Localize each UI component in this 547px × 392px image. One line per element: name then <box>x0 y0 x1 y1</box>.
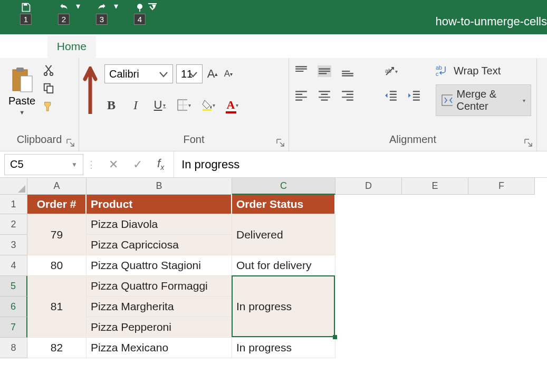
merge-center-button[interactable]: Merge & Center ▾ <box>436 84 531 116</box>
row-header[interactable]: 4 <box>0 255 27 276</box>
font-size-select[interactable]: 11 <box>176 64 203 83</box>
ribbon: Paste ▼ Clipboard Calibri 11 <box>0 58 547 151</box>
svg-point-1 <box>137 4 142 9</box>
cell[interactable]: Order Status <box>232 195 335 214</box>
fill-color-button[interactable]: ▾ <box>201 98 215 112</box>
cell[interactable]: Pizza Capricciosa <box>87 235 232 255</box>
dropdown-caret-icon[interactable]: ▾ <box>523 98 525 103</box>
tab-data[interactable]: DataA <box>289 36 331 58</box>
tab-review[interactable]: ReviewR <box>331 36 387 58</box>
font-name-select[interactable]: Calibri <box>104 64 173 83</box>
column-header[interactable]: A <box>27 178 87 195</box>
cut-icon[interactable] <box>43 64 54 76</box>
cell[interactable]: Pizza Quattro Formaggi <box>87 276 232 297</box>
tab-page-layout[interactable]: Page LayoutP <box>142 36 224 58</box>
group-alignment: ab▾ abc Wrap Text Merge & <box>289 58 537 151</box>
row-header[interactable]: 8 <box>0 338 27 358</box>
paste-button[interactable]: Paste ▼ <box>5 64 39 118</box>
align-top-icon[interactable] <box>294 65 308 77</box>
row-header[interactable]: 5 <box>0 276 27 297</box>
align-middle-icon[interactable] <box>318 65 331 77</box>
tab-file[interactable]: FileF <box>11 36 47 58</box>
borders-button[interactable]: ▾ <box>177 98 191 112</box>
copy-icon[interactable] <box>43 82 54 94</box>
decrease-indent-icon[interactable] <box>384 90 398 101</box>
dialog-launcher-icon[interactable] <box>66 138 75 148</box>
row-header[interactable]: 7 <box>0 317 27 338</box>
cell[interactable]: Pizza Diavola <box>87 214 232 235</box>
cell[interactable]: In progress <box>232 338 335 358</box>
qat-redo-button[interactable]: ▾ 3 <box>92 1 112 14</box>
decrease-font-button[interactable]: A▾ <box>222 67 235 81</box>
format-painter-icon[interactable] <box>43 100 54 112</box>
qat-customize-button[interactable] <box>148 3 157 11</box>
tab-powe[interactable]: Powe <box>499 36 546 58</box>
cell[interactable]: 80 <box>27 255 87 276</box>
cell[interactable]: Pizza Quattro Stagioni <box>87 255 232 276</box>
underline-button[interactable]: U▾ <box>153 98 167 112</box>
cell[interactable]: In progress <box>232 276 335 338</box>
fx-icon[interactable]: fx <box>157 157 164 171</box>
column-header[interactable]: B <box>87 178 232 195</box>
align-bottom-icon[interactable] <box>341 65 354 77</box>
enter-icon[interactable]: ✓ <box>133 158 142 171</box>
increase-font-button[interactable]: A▴ <box>206 67 219 81</box>
align-left-icon[interactable] <box>294 90 308 101</box>
align-right-icon[interactable] <box>341 90 354 101</box>
bold-button[interactable]: B <box>104 98 118 112</box>
cell[interactable]: 79 <box>27 214 87 255</box>
name-box[interactable]: C5 ▼ <box>4 154 83 175</box>
formula-input[interactable]: In progress <box>174 158 247 171</box>
tab-home[interactable]: HomeH <box>47 36 96 58</box>
dropdown-caret-icon[interactable]: ▼ <box>19 109 25 116</box>
cancel-icon[interactable]: ✕ <box>109 158 118 171</box>
qat-touch-mode-button[interactable]: ▾ 4 <box>130 1 150 14</box>
worksheet-grid[interactable]: ABCDEF12345678Order #ProductOrder Status… <box>0 178 547 392</box>
select-all-button[interactable] <box>0 178 27 195</box>
dropdown-caret-icon[interactable]: ▾ <box>188 102 191 108</box>
cell[interactable]: Pizza Margherita <box>87 297 232 317</box>
tab-formulas[interactable]: FormulasM <box>224 36 289 58</box>
italic-button[interactable]: I <box>129 98 142 112</box>
dropdown-caret-icon[interactable]: ▾ <box>213 102 215 108</box>
cell[interactable]: 81 <box>27 276 87 338</box>
cell[interactable]: Out for delivery <box>232 255 335 276</box>
column-header[interactable]: E <box>402 178 468 195</box>
font-color-button[interactable]: A▾ <box>226 98 239 112</box>
tab-developer[interactable]: DeveloperL <box>429 36 499 58</box>
dropdown-caret-icon[interactable]: ▾ <box>236 102 238 108</box>
row-header[interactable]: 1 <box>0 195 27 214</box>
dropdown-caret-icon[interactable]: ▾ <box>114 1 118 11</box>
dropdown-caret-icon[interactable]: ▼ <box>71 161 78 168</box>
qat-save-button[interactable]: 1 <box>16 1 36 14</box>
dialog-launcher-icon[interactable] <box>276 138 285 148</box>
row-header[interactable]: 6 <box>0 297 27 317</box>
wrap-text-button[interactable]: abc Wrap Text <box>436 64 531 77</box>
svg-rect-10 <box>203 109 212 111</box>
qat-undo-button[interactable]: ▾ 2 <box>54 1 74 14</box>
cell[interactable]: Order # <box>27 195 87 214</box>
dropdown-caret-icon[interactable]: ▾ <box>76 1 80 11</box>
cell[interactable]: Product <box>87 195 232 214</box>
cell[interactable]: Pizza Mexicano <box>87 338 232 358</box>
merge-center-label: Merge & Center <box>457 88 515 112</box>
tab-insert[interactable]: InsertN <box>96 36 143 58</box>
dialog-launcher-icon[interactable] <box>524 138 533 148</box>
cell[interactable]: Delivered <box>232 214 335 255</box>
dropdown-caret-icon[interactable]: ▾ <box>163 102 166 108</box>
column-header[interactable]: D <box>335 178 402 195</box>
row-header[interactable]: 2 <box>0 214 27 235</box>
tab-view[interactable]: ViewW <box>387 36 429 58</box>
dropdown-caret-icon[interactable]: ▾ <box>395 69 398 74</box>
title-bar: 1 ▾ 2 ▾ 3 ▾ 4 how-to-unmerge-cells FileF… <box>0 0 547 34</box>
column-header[interactable]: F <box>468 178 535 195</box>
cell[interactable]: 82 <box>27 338 87 358</box>
row-header[interactable]: 3 <box>0 235 27 255</box>
cell[interactable]: Pizza Pepperoni <box>87 317 232 338</box>
increase-indent-icon[interactable] <box>407 90 421 101</box>
column-header[interactable]: C <box>232 178 335 195</box>
align-center-icon[interactable] <box>318 90 331 101</box>
orientation-button[interactable]: ab▾ <box>384 64 398 78</box>
overflow-icon <box>148 3 157 11</box>
fill-handle[interactable] <box>333 335 337 339</box>
